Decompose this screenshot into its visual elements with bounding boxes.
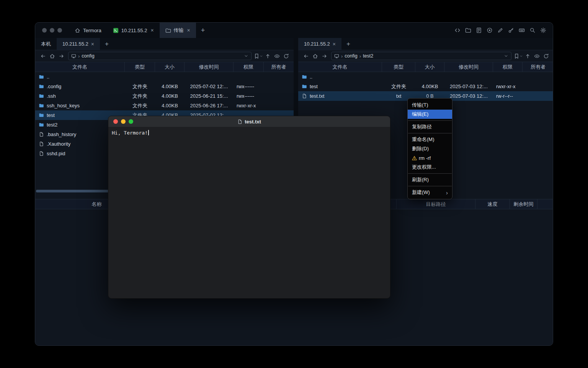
- menu-item[interactable]: 重命名(M): [408, 135, 452, 144]
- tab-remote-host[interactable]: 10.211.55.2 ×: [298, 38, 341, 50]
- chevron-down-icon[interactable]: [244, 54, 248, 58]
- tab-ssh-host[interactable]: 10.211.55.2 ×: [107, 23, 160, 38]
- file-icon: [237, 119, 242, 124]
- column-header[interactable]: 所有者: [264, 62, 294, 72]
- file-name-label: test: [47, 112, 55, 118]
- tab-local[interactable]: 本机: [35, 38, 57, 50]
- tab-label: 10.211.55.2: [121, 28, 147, 33]
- close-icon[interactable]: ×: [91, 41, 94, 47]
- settings-icon[interactable]: [539, 26, 547, 34]
- file-type-cell: 文件夹: [382, 82, 415, 91]
- column-header[interactable]: 所有者: [523, 62, 553, 72]
- transfer-column-header[interactable]: 剩余时间: [510, 199, 537, 209]
- back-button[interactable]: [38, 51, 47, 61]
- tab-label: 10.211.55.2: [62, 41, 88, 47]
- file-owner-cell: [264, 72, 294, 82]
- menu-item[interactable]: 传输(T): [408, 100, 452, 110]
- file-name-label: sshd.pid: [47, 151, 65, 156]
- file-type-cell: 文件夹: [125, 101, 155, 110]
- file-row[interactable]: .config文件夹4.00KB2025-07-02 12:...rwx----…: [35, 82, 294, 91]
- close-icon[interactable]: ×: [150, 27, 154, 33]
- new-tab-button[interactable]: +: [196, 23, 210, 38]
- back-button[interactable]: [301, 51, 310, 61]
- home-button[interactable]: [310, 51, 320, 61]
- file-icon: [302, 94, 307, 99]
- new-tab-button[interactable]: +: [100, 38, 114, 50]
- parent-directory-button[interactable]: [263, 51, 272, 61]
- menu-item[interactable]: 更改权限...: [408, 163, 452, 172]
- transfer-column-header[interactable]: 速度: [475, 199, 510, 209]
- file-size-cell: 4.00KB: [415, 82, 444, 91]
- file-row[interactable]: ..: [35, 72, 294, 82]
- bookmark-button[interactable]: [254, 51, 263, 61]
- minimize-window-button[interactable]: [121, 119, 126, 124]
- column-header[interactable]: 文件名: [35, 62, 125, 72]
- close-icon[interactable]: ×: [187, 27, 190, 33]
- log-icon[interactable]: [475, 26, 483, 34]
- column-header[interactable]: 权限: [493, 62, 523, 72]
- record-icon[interactable]: [485, 26, 494, 34]
- menu-item[interactable]: 复制路径: [408, 122, 452, 131]
- chevron-down-icon[interactable]: [504, 54, 508, 58]
- menu-item[interactable]: 删除(D): [408, 144, 452, 153]
- file-owner-cell: [523, 82, 553, 91]
- close-icon[interactable]: ×: [333, 41, 336, 47]
- file-row[interactable]: test文件夹4.00KB2025-07-03 12:...rwxr-xr-x: [298, 82, 553, 91]
- column-header[interactable]: 修改时间: [444, 62, 493, 72]
- file-row[interactable]: ssh_host_keys文件夹4.00KB2025-06-26 17:...r…: [35, 101, 294, 110]
- keyboard-icon[interactable]: [518, 26, 526, 34]
- minimize-window-button[interactable]: [50, 28, 54, 33]
- breadcrumb-segment[interactable]: config: [345, 53, 357, 59]
- search-icon[interactable]: [528, 26, 537, 34]
- new-tab-button[interactable]: +: [341, 38, 355, 50]
- column-header[interactable]: 修改时间: [185, 62, 234, 72]
- code-icon[interactable]: [453, 26, 462, 34]
- column-header[interactable]: 类型: [125, 62, 155, 72]
- show-hidden-button[interactable]: [272, 51, 281, 61]
- folder-icon[interactable]: [464, 26, 472, 34]
- path-breadcrumb[interactable]: › config › test2: [331, 52, 511, 60]
- bookmark-button[interactable]: [514, 51, 523, 61]
- zoom-window-button[interactable]: [129, 119, 133, 124]
- forward-button[interactable]: [57, 51, 66, 61]
- column-header[interactable]: 文件名: [298, 62, 382, 72]
- file-perm-cell: rwxr-xr-x: [493, 82, 523, 91]
- terminal-icon: [113, 28, 119, 33]
- menu-item[interactable]: 新建(W)›: [408, 188, 452, 197]
- breadcrumb-segment[interactable]: config: [82, 53, 94, 59]
- path-breadcrumb[interactable]: › config: [68, 52, 252, 60]
- transfer-column-header[interactable]: 目标路径: [397, 199, 475, 209]
- tab-transfer[interactable]: 传输 ×: [160, 23, 196, 38]
- forward-button[interactable]: [320, 51, 329, 61]
- parent-directory-button[interactable]: [523, 51, 532, 61]
- folder-icon: [39, 103, 44, 108]
- tab-remote-host[interactable]: 10.211.55.2 ×: [57, 38, 100, 50]
- menu-item[interactable]: 编辑(E): [408, 110, 452, 119]
- key-icon[interactable]: [507, 26, 515, 34]
- refresh-button[interactable]: [541, 51, 550, 61]
- close-window-button[interactable]: [42, 28, 47, 33]
- file-row[interactable]: .ssh文件夹4.00KB2025-06-21 15:...rwx------: [35, 91, 294, 101]
- column-header[interactable]: 大小: [155, 62, 185, 72]
- close-window-button[interactable]: [113, 119, 118, 124]
- file-owner-cell: [523, 91, 553, 101]
- file-row[interactable]: ..: [298, 72, 553, 82]
- column-header[interactable]: 类型: [382, 62, 415, 72]
- home-button[interactable]: [47, 51, 57, 61]
- file-name-label: .bash_history: [47, 131, 76, 137]
- menu-item[interactable]: rm -rf: [408, 153, 452, 163]
- refresh-button[interactable]: [281, 51, 291, 61]
- editor-content[interactable]: Hi, Termora!: [108, 127, 390, 298]
- menu-item[interactable]: 刷新(R): [408, 175, 452, 184]
- edit-icon[interactable]: [496, 26, 505, 34]
- column-header[interactable]: 权限: [234, 62, 264, 72]
- breadcrumb-segment[interactable]: test2: [363, 53, 373, 59]
- menu-separator: [408, 120, 452, 121]
- zoom-window-button[interactable]: [57, 28, 62, 33]
- column-header[interactable]: 大小: [415, 62, 444, 72]
- show-hidden-button[interactable]: [532, 51, 541, 61]
- context-menu: 传输(T)编辑(E)复制路径重命名(M)删除(D)rm -rf更改权限...刷新…: [407, 98, 452, 199]
- file-perm-cell: rw-r--r--: [493, 91, 523, 101]
- tab-termora-home[interactable]: Termora: [69, 23, 107, 38]
- editor-titlebar[interactable]: test.txt: [108, 116, 390, 127]
